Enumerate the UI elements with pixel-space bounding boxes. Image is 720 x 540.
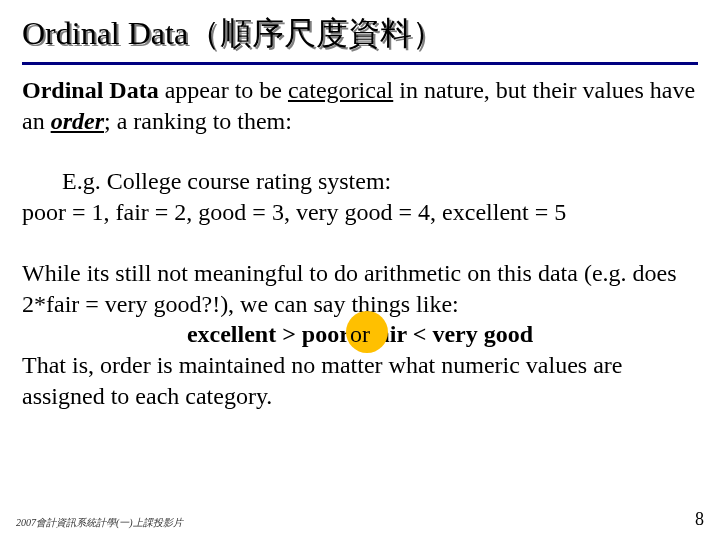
closing-remark: That is, order is maintained no matter w…	[22, 352, 622, 409]
title-block: Ordinal Data（順序尺度資料） Ordinal Data（順序尺度資料…	[22, 12, 698, 65]
term-order: order	[51, 108, 104, 134]
term-ordinal-data: Ordinal Data	[22, 77, 159, 103]
paragraph-1: Ordinal Data appear to be categorical in…	[22, 75, 698, 136]
rating-scale: poor = 1, fair = 2, good = 3, very good …	[22, 197, 566, 228]
title-underline	[22, 62, 698, 65]
slide: Ordinal Data（順序尺度資料） Ordinal Data（順序尺度資料…	[0, 0, 720, 540]
footer-left: 2007會計資訊系統計學(一)上課投影片	[16, 516, 183, 530]
footer: 2007會計資訊系統計學(一)上課投影片 8	[16, 509, 704, 530]
example-heading: E.g. College course rating system:	[62, 168, 391, 194]
body-text: Ordinal Data appear to be categorical in…	[22, 75, 698, 411]
comparison-line: excellent > poor or fair < very good	[22, 319, 698, 350]
or-text: or	[350, 321, 370, 347]
term-categorical: categorical	[288, 77, 393, 103]
arithmetic-remark: While its still not meaningful to do ari…	[22, 260, 677, 317]
paragraph-2: E.g. College course rating system: poor …	[22, 166, 698, 227]
slide-title: Ordinal Data（順序尺度資料） Ordinal Data（順序尺度資料…	[22, 12, 698, 56]
cmp-left: excellent > poor	[187, 321, 350, 347]
page-number: 8	[695, 509, 704, 530]
paragraph-3: While its still not meaningful to do ari…	[22, 258, 698, 412]
cmp-right: fair < very good	[370, 321, 533, 347]
